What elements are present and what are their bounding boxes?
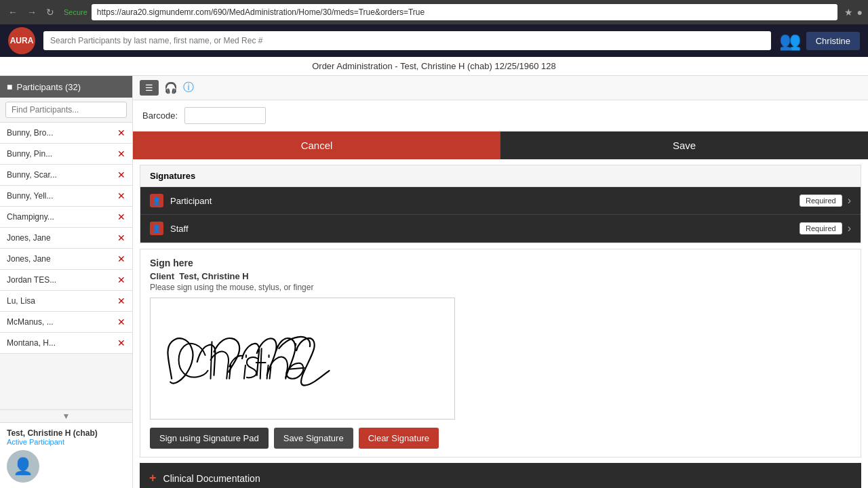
url-bar[interactable]: [92, 4, 837, 20]
save-signature-button[interactable]: Save Signature: [274, 428, 353, 449]
clinical-doc-label: Clinical Documentation: [163, 473, 260, 484]
remove-participant-button[interactable]: ✕: [117, 190, 125, 201]
sidebar-search-area: [0, 98, 132, 123]
staff-sig-label: Staff: [170, 224, 800, 234]
toolbar-row: ☰ 🎧 ⓘ: [133, 76, 868, 100]
barcode-row: Barcode:: [133, 100, 868, 131]
participant-sig-label: Participant: [170, 196, 800, 206]
staff-sig-arrow-icon: ›: [848, 222, 851, 235]
list-item[interactable]: Jones, Jane ✕: [0, 228, 132, 249]
main-layout: ■ Participants (32) Bunny, Bro... ✕ Bunn…: [0, 76, 868, 488]
list-item[interactable]: McManus, ... ✕: [0, 312, 132, 333]
page-title-bar: Order Administration - Test, Christine H…: [0, 57, 868, 76]
sign-here-title: Sign here: [150, 258, 851, 268]
action-buttons: Cancel Save: [133, 131, 868, 159]
participant-sig-icon: 👤: [150, 194, 163, 207]
headphone-icon-button[interactable]: 🎧: [164, 81, 178, 94]
list-item[interactable]: Jones, Jane ✕: [0, 249, 132, 270]
remove-participant-button[interactable]: ✕: [117, 211, 125, 222]
sidebar-search-input[interactable]: [5, 102, 127, 118]
signatures-header: Signatures: [140, 165, 861, 187]
signature-svg: [151, 298, 454, 419]
remove-participant-button[interactable]: ✕: [117, 253, 125, 264]
client-label: Client: [150, 271, 174, 281]
user-menu-button[interactable]: Christine: [806, 32, 860, 50]
remove-participant-button[interactable]: ✕: [117, 127, 125, 138]
list-item[interactable]: Bunny, Yell... ✕: [0, 186, 132, 207]
content-inner: ☰ 🎧 ⓘ Barcode: Cancel Save Signatures 👤: [133, 76, 868, 488]
menu-button[interactable]: ☰: [140, 80, 159, 96]
list-item[interactable]: Lu, Lisa ✕: [0, 291, 132, 312]
sign-here-client: Client Test, Christine H: [150, 271, 851, 281]
back-button[interactable]: ←: [5, 5, 20, 19]
participant-sig-arrow-icon: ›: [848, 195, 851, 207]
list-item[interactable]: Bunny, Pin... ✕: [0, 144, 132, 165]
sig-action-buttons: Sign using Signature Pad Save Signature …: [150, 428, 851, 449]
sidebar-collapse-button[interactable]: ■: [7, 81, 12, 92]
barcode-input[interactable]: [184, 107, 266, 124]
active-participant-name: Test, Christine H (chab): [7, 428, 125, 438]
clear-signature-button[interactable]: Clear Signature: [359, 428, 439, 449]
sign-here-section-wrapper: Sign here Client Test, Christine H Pleas…: [133, 249, 868, 458]
list-item[interactable]: Montana, H... ✕: [0, 333, 132, 354]
sidebar-title: Participants (32): [16, 82, 81, 92]
participant-signature-row[interactable]: 👤 Participant Required ›: [140, 187, 861, 215]
sign-here-section: Sign here Client Test, Christine H Pleas…: [140, 249, 861, 458]
sidebar-header: ■ Participants (32): [0, 76, 132, 98]
staff-sig-icon: 👤: [150, 222, 163, 235]
sidebar-list: Bunny, Bro... ✕ Bunny, Pin... ✕ Bunny, S…: [0, 123, 132, 409]
clinical-doc-wrapper: + Clinical Documentation: [133, 463, 868, 488]
participant-required-badge: Required: [800, 195, 842, 207]
signature-canvas[interactable]: [150, 298, 455, 420]
list-item[interactable]: Champigny... ✕: [0, 207, 132, 228]
lock-icon: Secure: [64, 8, 87, 16]
sidebar-footer: Test, Christine H (chab) Active Particip…: [0, 422, 132, 488]
client-name: Test, Christine H: [179, 271, 248, 281]
app-header: AURA 👥 Christine: [0, 24, 868, 57]
page-title: Order Administration - Test, Christine H…: [312, 61, 556, 71]
content-area: ☰ 🎧 ⓘ Barcode: Cancel Save Signatures 👤: [133, 76, 868, 488]
signatures-section: Signatures 👤 Participant Required › 👤 St…: [140, 165, 861, 243]
participants-icon: 👥: [779, 30, 801, 52]
browser-bar: ← → ↻ Secure ★ ●: [0, 0, 868, 24]
header-icons: 👥 Christine: [779, 30, 860, 52]
forward-button[interactable]: →: [24, 5, 39, 19]
remove-participant-button[interactable]: ✕: [117, 338, 125, 348]
sign-pad-button[interactable]: Sign using Signature Pad: [150, 428, 269, 449]
reload-button[interactable]: ↻: [43, 5, 57, 19]
barcode-label: Barcode:: [142, 110, 178, 121]
remove-participant-button[interactable]: ✕: [117, 317, 125, 327]
aura-logo: AURA: [8, 27, 35, 54]
remove-participant-button[interactable]: ✕: [117, 169, 125, 180]
save-button[interactable]: Save: [500, 131, 868, 159]
staff-required-badge: Required: [800, 222, 842, 235]
sidebar-scroll-arrow: ▼: [0, 409, 132, 422]
remove-participant-button[interactable]: ✕: [117, 296, 125, 306]
signatures-section-wrapper: Signatures 👤 Participant Required › 👤 St…: [133, 165, 868, 243]
remove-participant-button[interactable]: ✕: [117, 232, 125, 243]
list-item[interactable]: Bunny, Bro... ✕: [0, 123, 132, 144]
cancel-button[interactable]: Cancel: [133, 131, 500, 159]
sidebar: ■ Participants (32) Bunny, Bro... ✕ Bunn…: [0, 76, 133, 488]
search-input[interactable]: [43, 31, 771, 50]
clinical-documentation-row[interactable]: + Clinical Documentation: [140, 463, 861, 488]
star-icon: ★: [844, 7, 853, 18]
info-icon-button[interactable]: ⓘ: [183, 81, 194, 95]
extensions-icon: ●: [857, 7, 863, 18]
sign-here-instruction: Please sign using the mouse, stylus, or …: [150, 283, 851, 292]
remove-participant-button[interactable]: ✕: [117, 274, 125, 285]
list-item[interactable]: Jordan TES... ✕: [0, 270, 132, 291]
avatar: 👤: [7, 450, 39, 483]
list-item[interactable]: Bunny, Scar... ✕: [0, 165, 132, 186]
avatar-area: 👤: [7, 450, 125, 483]
remove-participant-button[interactable]: ✕: [117, 148, 125, 159]
clinical-plus-icon: +: [149, 471, 157, 485]
staff-signature-row[interactable]: 👤 Staff Required ›: [140, 215, 861, 243]
active-participant-label: Active Participant: [7, 438, 125, 446]
